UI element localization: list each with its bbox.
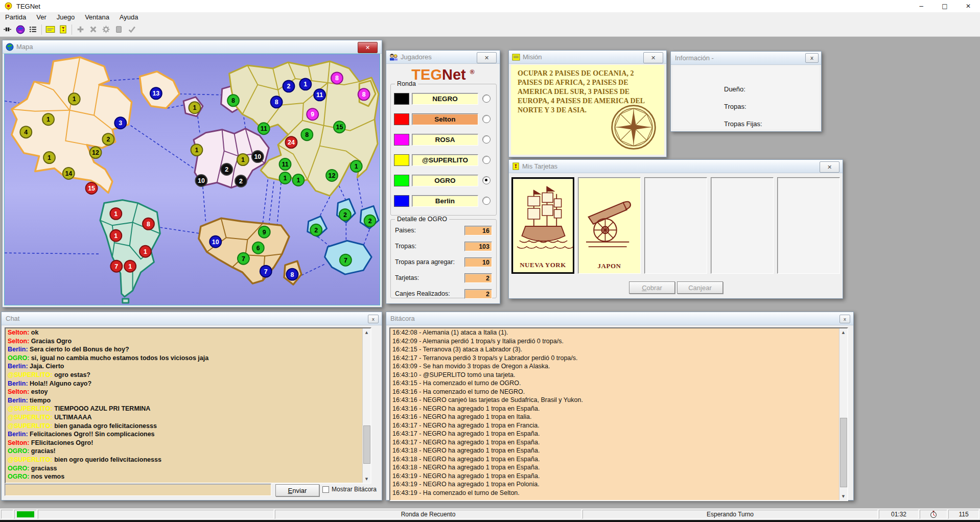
territory-marker[interactable]: 8 — [271, 96, 283, 108]
cards-close-button[interactable]: ✕ — [820, 161, 839, 173]
cards-window-button[interactable] — [57, 23, 69, 36]
territory-marker[interactable]: 9 — [307, 108, 318, 120]
territory-marker[interactable]: 15 — [334, 121, 345, 133]
territory-marker[interactable]: 1 — [42, 113, 54, 125]
territory-marker[interactable]: 7 — [110, 260, 122, 272]
territory-marker[interactable]: 8 — [143, 218, 154, 230]
territory-marker[interactable]: 8 — [358, 88, 370, 100]
information-close-button[interactable]: x — [805, 53, 819, 63]
close-button[interactable]: ✕ — [956, 0, 980, 12]
scroll-up-icon[interactable]: ▲ — [839, 328, 847, 336]
information-window-titlebar[interactable]: Información - x — [671, 52, 821, 65]
territory-marker[interactable]: 1 — [110, 230, 122, 242]
log-scroll-thumb[interactable] — [840, 418, 847, 487]
territory-marker[interactable]: 15 — [86, 182, 98, 194]
menu-ayuda[interactable]: Ayuda — [114, 12, 144, 22]
canjear-button[interactable]: Canjear — [677, 281, 723, 294]
menu-ventana[interactable]: Ventana — [80, 12, 114, 22]
player-radio[interactable] — [482, 94, 491, 103]
players-close-button[interactable]: ✕ — [477, 52, 497, 63]
territory-marker[interactable]: 7 — [260, 266, 272, 277]
player-radio[interactable] — [482, 176, 491, 184]
mostrar-bitacora-checkbox[interactable] — [322, 486, 329, 493]
menu-ver[interactable]: Ver — [31, 12, 52, 22]
territory-marker[interactable]: 2 — [310, 224, 322, 236]
territory-marker[interactable]: 2 — [364, 215, 376, 227]
scroll-down-icon[interactable]: ▼ — [363, 475, 370, 483]
territory-marker[interactable]: 7 — [238, 253, 249, 265]
territory-marker[interactable]: 1 — [299, 78, 311, 90]
card-cannon[interactable]: JAPON — [578, 177, 641, 274]
territory-marker[interactable]: 12 — [90, 147, 102, 158]
scroll-up-icon[interactable]: ▲ — [363, 328, 370, 336]
map-window-titlebar[interactable]: Mapa ✕ — [3, 40, 382, 54]
maximize-button[interactable]: □ — [933, 0, 956, 12]
territory-marker[interactable]: 11 — [314, 89, 325, 101]
territory-marker[interactable]: 14 — [63, 168, 75, 179]
connection-button[interactable] — [1, 23, 14, 36]
territory-marker[interactable]: 8 — [227, 94, 239, 106]
menu-juego[interactable]: Juego — [52, 12, 80, 22]
map-close-button[interactable]: ✕ — [358, 42, 378, 53]
log-window-titlebar[interactable]: Bitácora x — [386, 312, 853, 325]
log-close-button[interactable]: x — [839, 315, 850, 323]
territory-marker[interactable]: 2 — [339, 209, 351, 221]
territory-marker[interactable]: 1 — [139, 246, 151, 257]
territory-marker[interactable]: 4 — [20, 126, 32, 138]
send-button[interactable]: Enviar — [275, 484, 319, 496]
mission-close-button[interactable]: ✕ — [643, 52, 663, 63]
territory-marker[interactable]: 12 — [326, 170, 338, 181]
cobrar-button[interactable]: Cobrar — [629, 281, 675, 294]
territory-marker[interactable]: 2 — [283, 80, 295, 92]
players-list-button[interactable] — [27, 23, 39, 36]
territory-marker[interactable]: 1 — [68, 93, 80, 105]
chat-input[interactable] — [5, 484, 271, 496]
map-button[interactable] — [14, 23, 27, 36]
territory-marker[interactable]: 11 — [258, 123, 270, 134]
main-title-bar[interactable]: TEGNet − □ ✕ — [0, 0, 980, 12]
territory-marker[interactable]: 2 — [221, 163, 232, 175]
territory-marker[interactable]: 1 — [292, 174, 304, 186]
scroll-down-icon[interactable]: ▼ — [839, 492, 847, 500]
player-radio[interactable] — [482, 156, 491, 164]
chat-close-button[interactable]: x — [368, 315, 379, 323]
chat-scroll-thumb[interactable] — [363, 425, 370, 463]
territory-marker[interactable]: 10 — [252, 151, 264, 162]
territory-marker[interactable]: 1 — [43, 152, 55, 163]
territory-marker[interactable]: 3 — [114, 117, 126, 129]
territory-marker[interactable]: 1 — [110, 208, 122, 220]
territory-marker[interactable]: 1 — [189, 102, 201, 113]
territory-marker[interactable]: 1 — [191, 144, 203, 156]
map-canvas[interactable]: 1143212114151318117181111110221021811889… — [4, 54, 380, 305]
territory-marker[interactable]: 24 — [286, 136, 297, 148]
chat-scrollbar[interactable]: ▲ ▼ — [362, 328, 370, 483]
territory-marker[interactable]: 1 — [351, 160, 362, 172]
territory-marker[interactable]: 1 — [237, 154, 249, 165]
territory-marker[interactable]: 8 — [301, 129, 313, 140]
mission-window-titlebar[interactable]: Misión ✕ — [509, 51, 666, 64]
log-scrollbar[interactable]: ▲ ▼ — [839, 328, 847, 500]
territory-marker[interactable]: 13 — [150, 87, 162, 99]
players-window-titlebar[interactable]: Jugadores ✕ — [386, 51, 500, 64]
territory-marker[interactable]: 11 — [279, 158, 291, 170]
territory-marker[interactable]: 2 — [102, 133, 114, 145]
territory-marker[interactable]: 1 — [279, 172, 291, 184]
player-radio[interactable] — [482, 197, 491, 205]
card-ship[interactable]: NUEVA YORK — [511, 177, 574, 274]
territory-marker[interactable]: 2 — [235, 175, 247, 187]
chat-window-titlebar[interactable]: Chat x — [2, 312, 382, 325]
territory-marker[interactable]: 6 — [252, 242, 264, 254]
territory-marker[interactable]: 10 — [209, 236, 221, 248]
minimize-button[interactable]: − — [909, 0, 933, 12]
chat-window-button[interactable] — [44, 23, 57, 36]
territory-marker[interactable]: 8 — [286, 269, 298, 280]
territory-marker[interactable]: 7 — [340, 254, 352, 266]
player-radio[interactable] — [482, 135, 491, 144]
player-radio[interactable] — [482, 115, 491, 123]
cards-window-titlebar[interactable]: Mis Tarjetas ✕ — [509, 160, 843, 173]
territory-marker[interactable]: 1 — [124, 260, 136, 272]
territory-marker[interactable]: 9 — [259, 226, 270, 238]
territory-marker[interactable]: 8 — [331, 72, 343, 84]
territory-marker[interactable]: 10 — [195, 175, 207, 186]
menu-partida[interactable]: Partida — [0, 12, 31, 22]
